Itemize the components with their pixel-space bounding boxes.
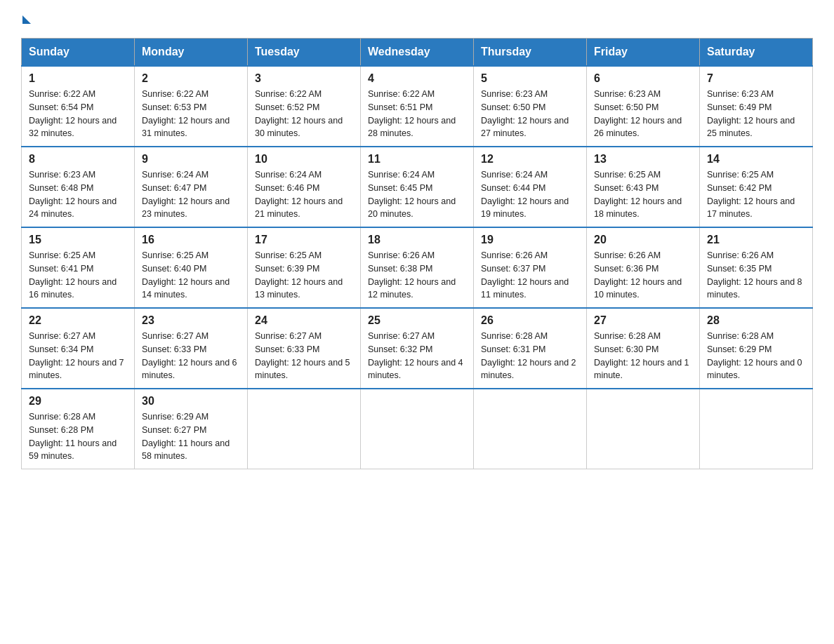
day-info: Sunrise: 6:22 AMSunset: 6:52 PMDaylight:… — [255, 89, 343, 138]
day-number: 29 — [29, 395, 127, 408]
day-info: Sunrise: 6:28 AMSunset: 6:30 PMDaylight:… — [594, 331, 689, 380]
day-info: Sunrise: 6:26 AMSunset: 6:38 PMDaylight:… — [368, 250, 456, 300]
calendar-cell: 2Sunrise: 6:22 AMSunset: 6:53 PMDaylight… — [135, 66, 248, 147]
weekday-header-tuesday: Tuesday — [248, 39, 361, 67]
week-row-1: 1Sunrise: 6:22 AMSunset: 6:54 PMDaylight… — [22, 66, 813, 147]
calendar-cell: 16Sunrise: 6:25 AMSunset: 6:40 PMDayligh… — [135, 227, 248, 308]
calendar-cell: 22Sunrise: 6:27 AMSunset: 6:34 PMDayligh… — [22, 308, 135, 389]
day-info: Sunrise: 6:22 AMSunset: 6:53 PMDaylight:… — [142, 89, 230, 138]
calendar-cell: 29Sunrise: 6:28 AMSunset: 6:28 PMDayligh… — [22, 389, 135, 469]
day-number: 7 — [707, 72, 805, 85]
day-info: Sunrise: 6:25 AMSunset: 6:39 PMDaylight:… — [255, 250, 343, 300]
weekday-header-friday: Friday — [587, 39, 700, 67]
day-info: Sunrise: 6:25 AMSunset: 6:43 PMDaylight:… — [594, 170, 682, 219]
calendar-cell: 10Sunrise: 6:24 AMSunset: 6:46 PMDayligh… — [248, 147, 361, 227]
day-info: Sunrise: 6:23 AMSunset: 6:50 PMDaylight:… — [481, 89, 569, 138]
day-info: Sunrise: 6:26 AMSunset: 6:36 PMDaylight:… — [594, 250, 682, 300]
day-number: 6 — [594, 72, 692, 85]
day-number: 21 — [707, 234, 805, 246]
day-number: 18 — [368, 234, 466, 246]
day-number: 3 — [255, 72, 353, 85]
calendar-cell: 19Sunrise: 6:26 AMSunset: 6:37 PMDayligh… — [474, 227, 587, 308]
day-number: 20 — [594, 234, 692, 246]
day-info: Sunrise: 6:24 AMSunset: 6:44 PMDaylight:… — [481, 170, 569, 219]
week-row-5: 29Sunrise: 6:28 AMSunset: 6:28 PMDayligh… — [22, 389, 813, 469]
day-number: 19 — [481, 234, 579, 246]
day-number: 2 — [142, 72, 240, 85]
day-number: 22 — [29, 314, 127, 327]
day-number: 1 — [29, 72, 127, 85]
day-number: 8 — [29, 153, 127, 166]
day-number: 28 — [707, 314, 805, 327]
day-info: Sunrise: 6:25 AMSunset: 6:41 PMDaylight:… — [29, 250, 117, 300]
calendar-cell: 9Sunrise: 6:24 AMSunset: 6:47 PMDaylight… — [135, 147, 248, 227]
calendar-cell — [474, 389, 587, 469]
day-info: Sunrise: 6:23 AMSunset: 6:48 PMDaylight:… — [29, 170, 117, 219]
day-info: Sunrise: 6:22 AMSunset: 6:54 PMDaylight:… — [29, 89, 117, 138]
day-number: 11 — [368, 153, 466, 166]
day-info: Sunrise: 6:28 AMSunset: 6:29 PMDaylight:… — [707, 331, 802, 380]
calendar-cell: 1Sunrise: 6:22 AMSunset: 6:54 PMDaylight… — [22, 66, 135, 147]
calendar-cell: 12Sunrise: 6:24 AMSunset: 6:44 PMDayligh… — [474, 147, 587, 227]
calendar-cell: 13Sunrise: 6:25 AMSunset: 6:43 PMDayligh… — [587, 147, 700, 227]
day-info: Sunrise: 6:25 AMSunset: 6:40 PMDaylight:… — [142, 250, 230, 300]
day-number: 4 — [368, 72, 466, 85]
calendar-cell — [587, 389, 700, 469]
week-row-3: 15Sunrise: 6:25 AMSunset: 6:41 PMDayligh… — [22, 227, 813, 308]
day-info: Sunrise: 6:24 AMSunset: 6:46 PMDaylight:… — [255, 170, 343, 219]
calendar-table: SundayMondayTuesdayWednesdayThursdayFrid… — [21, 38, 813, 469]
day-info: Sunrise: 6:27 AMSunset: 6:34 PMDaylight:… — [29, 331, 124, 380]
day-info: Sunrise: 6:24 AMSunset: 6:47 PMDaylight:… — [142, 170, 230, 219]
day-info: Sunrise: 6:23 AMSunset: 6:49 PMDaylight:… — [707, 89, 795, 138]
day-number: 13 — [594, 153, 692, 166]
logo-triangle-icon — [22, 15, 31, 24]
day-number: 24 — [255, 314, 353, 327]
calendar-cell: 20Sunrise: 6:26 AMSunset: 6:36 PMDayligh… — [587, 227, 700, 308]
week-row-2: 8Sunrise: 6:23 AMSunset: 6:48 PMDaylight… — [22, 147, 813, 227]
day-info: Sunrise: 6:23 AMSunset: 6:50 PMDaylight:… — [594, 89, 682, 138]
calendar-cell: 30Sunrise: 6:29 AMSunset: 6:27 PMDayligh… — [135, 389, 248, 469]
calendar-cell: 15Sunrise: 6:25 AMSunset: 6:41 PMDayligh… — [22, 227, 135, 308]
weekday-header-thursday: Thursday — [474, 39, 587, 67]
day-number: 14 — [707, 153, 805, 166]
calendar-cell: 26Sunrise: 6:28 AMSunset: 6:31 PMDayligh… — [474, 308, 587, 389]
calendar-cell: 23Sunrise: 6:27 AMSunset: 6:33 PMDayligh… — [135, 308, 248, 389]
calendar-cell — [361, 389, 474, 469]
calendar-cell: 6Sunrise: 6:23 AMSunset: 6:50 PMDaylight… — [587, 66, 700, 147]
day-info: Sunrise: 6:22 AMSunset: 6:51 PMDaylight:… — [368, 89, 456, 138]
calendar-cell: 28Sunrise: 6:28 AMSunset: 6:29 PMDayligh… — [700, 308, 813, 389]
calendar-cell: 21Sunrise: 6:26 AMSunset: 6:35 PMDayligh… — [700, 227, 813, 308]
weekday-header-saturday: Saturday — [700, 39, 813, 67]
day-info: Sunrise: 6:27 AMSunset: 6:33 PMDaylight:… — [255, 331, 350, 380]
weekday-header-monday: Monday — [135, 39, 248, 67]
weekday-header-sunday: Sunday — [22, 39, 135, 67]
day-number: 15 — [29, 234, 127, 246]
day-info: Sunrise: 6:25 AMSunset: 6:42 PMDaylight:… — [707, 170, 795, 219]
calendar-cell: 17Sunrise: 6:25 AMSunset: 6:39 PMDayligh… — [248, 227, 361, 308]
day-info: Sunrise: 6:27 AMSunset: 6:33 PMDaylight:… — [142, 331, 237, 380]
day-info: Sunrise: 6:29 AMSunset: 6:27 PMDaylight:… — [142, 412, 230, 461]
day-info: Sunrise: 6:27 AMSunset: 6:32 PMDaylight:… — [368, 331, 463, 380]
day-number: 30 — [142, 395, 240, 408]
day-info: Sunrise: 6:26 AMSunset: 6:35 PMDaylight:… — [707, 250, 802, 300]
day-info: Sunrise: 6:24 AMSunset: 6:45 PMDaylight:… — [368, 170, 456, 219]
calendar-cell — [700, 389, 813, 469]
day-info: Sunrise: 6:28 AMSunset: 6:28 PMDaylight:… — [29, 412, 117, 461]
calendar-cell: 14Sunrise: 6:25 AMSunset: 6:42 PMDayligh… — [700, 147, 813, 227]
week-row-4: 22Sunrise: 6:27 AMSunset: 6:34 PMDayligh… — [22, 308, 813, 389]
day-number: 17 — [255, 234, 353, 246]
calendar-cell: 5Sunrise: 6:23 AMSunset: 6:50 PMDaylight… — [474, 66, 587, 147]
page-header — [21, 14, 813, 24]
calendar-cell: 7Sunrise: 6:23 AMSunset: 6:49 PMDaylight… — [700, 66, 813, 147]
day-number: 26 — [481, 314, 579, 327]
day-number: 23 — [142, 314, 240, 327]
calendar-cell: 24Sunrise: 6:27 AMSunset: 6:33 PMDayligh… — [248, 308, 361, 389]
calendar-cell: 25Sunrise: 6:27 AMSunset: 6:32 PMDayligh… — [361, 308, 474, 389]
day-number: 10 — [255, 153, 353, 166]
calendar-cell: 4Sunrise: 6:22 AMSunset: 6:51 PMDaylight… — [361, 66, 474, 147]
calendar-cell: 8Sunrise: 6:23 AMSunset: 6:48 PMDaylight… — [22, 147, 135, 227]
calendar-cell: 3Sunrise: 6:22 AMSunset: 6:52 PMDaylight… — [248, 66, 361, 147]
calendar-cell: 18Sunrise: 6:26 AMSunset: 6:38 PMDayligh… — [361, 227, 474, 308]
calendar-cell: 27Sunrise: 6:28 AMSunset: 6:30 PMDayligh… — [587, 308, 700, 389]
logo — [21, 14, 31, 24]
